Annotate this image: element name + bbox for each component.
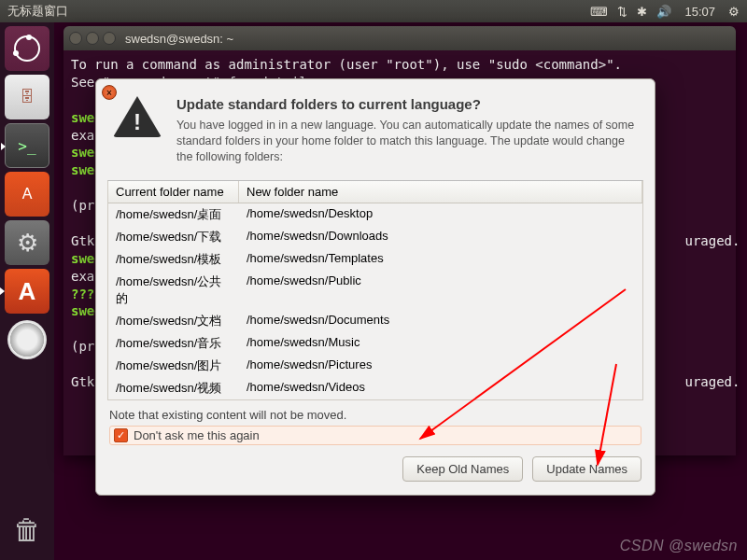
dont-ask-again-checkbox[interactable]: ✓: [114, 428, 128, 442]
dialog-note: Note that existing content will not be m…: [109, 408, 641, 422]
cell-current: /home/swedsn/文档: [108, 310, 239, 332]
cell-current: /home/swedsn/图片: [108, 355, 239, 377]
sound-indicator-icon[interactable]: 🔊: [656, 5, 671, 19]
table-row[interactable]: /home/swedsn/公共的/home/swedsn/Public: [108, 271, 642, 310]
cell-new: /home/swedsn/Desktop: [239, 203, 642, 226]
warning-icon: [113, 96, 162, 139]
network-indicator-icon[interactable]: ⇅: [617, 5, 627, 19]
terminal-titlebar[interactable]: swedsn@swedsn: ~: [63, 26, 736, 50]
top-menubar: 无标题窗口 ⌨ ⇅ ✱ 🔊 15:07 ⚙: [0, 0, 747, 22]
indicator-area: ⌨ ⇅ ✱ 🔊 15:07 ⚙: [590, 5, 740, 19]
keep-old-names-button[interactable]: Keep Old Names: [402, 456, 523, 482]
settings-launcher-icon[interactable]: ⚙: [5, 220, 49, 265]
trash-launcher-icon[interactable]: 🗑: [5, 508, 49, 553]
bluetooth-indicator-icon[interactable]: ✱: [637, 5, 647, 19]
cell-new: /home/swedsn/Downloads: [239, 226, 642, 248]
cell-current: /home/swedsn/音乐: [108, 332, 239, 355]
files-launcher-icon[interactable]: 🗄: [5, 75, 49, 119]
cell-current: /home/swedsn/视频: [108, 377, 239, 399]
cell-new: /home/swedsn/Videos: [239, 377, 642, 399]
table-row[interactable]: /home/swedsn/下载/home/swedsn/Downloads: [108, 226, 642, 248]
cell-new: /home/swedsn/Templates: [239, 248, 642, 271]
folder-table: Current folder name New folder name /hom…: [107, 180, 643, 400]
dont-ask-again-label: Don't ask me this again: [134, 428, 260, 442]
dash-home-icon[interactable]: [5, 26, 49, 71]
cell-new: /home/swedsn/Public: [239, 271, 642, 310]
keyboard-indicator-icon[interactable]: ⌨: [590, 5, 608, 19]
cell-new: /home/swedsn/Documents: [239, 310, 642, 332]
software-center-launcher-icon[interactable]: A: [5, 172, 49, 217]
software-updater-launcher-icon[interactable]: A: [5, 269, 49, 314]
table-row[interactable]: /home/swedsn/桌面/home/swedsn/Desktop: [108, 203, 642, 226]
update-names-button[interactable]: Update Names: [532, 456, 641, 482]
cell-current: /home/swedsn/模板: [108, 248, 239, 271]
terminal-title: swedsn@swedsn: ~: [125, 32, 233, 46]
window-maximize-icon[interactable]: [103, 32, 116, 45]
dvd-launcher-icon[interactable]: [5, 317, 49, 362]
update-folders-dialog: × Update standard folders to current lan…: [95, 78, 655, 496]
table-row[interactable]: /home/swedsn/图片/home/swedsn/Pictures: [108, 355, 642, 377]
unity-launcher: 🗄 >_ A ⚙ A 🗑: [0, 22, 54, 560]
dialog-title: Update standard folders to current langu…: [176, 96, 638, 112]
terminal-launcher-icon[interactable]: >_: [5, 123, 49, 168]
cell-new: /home/swedsn/Pictures: [239, 355, 642, 377]
window-close-icon[interactable]: [69, 32, 82, 45]
table-row[interactable]: /home/swedsn/音乐/home/swedsn/Music: [108, 332, 642, 355]
dont-ask-again-row[interactable]: ✓ Don't ask me this again: [109, 426, 641, 445]
system-gear-icon[interactable]: ⚙: [728, 5, 740, 19]
cell-current: /home/swedsn/公共的: [108, 271, 239, 310]
cell-current: /home/swedsn/下载: [108, 226, 239, 248]
clock[interactable]: 15:07: [684, 5, 715, 19]
cell-current: /home/swedsn/桌面: [108, 203, 239, 226]
cell-new: /home/swedsn/Music: [239, 332, 642, 355]
table-row[interactable]: /home/swedsn/模板/home/swedsn/Templates: [108, 248, 642, 271]
window-minimize-icon[interactable]: [86, 32, 99, 45]
dialog-description: You have logged in in a new language. Yo…: [176, 118, 638, 165]
window-title: 无标题窗口: [7, 3, 590, 20]
column-current-name[interactable]: Current folder name: [108, 181, 239, 203]
table-row[interactable]: /home/swedsn/文档/home/swedsn/Documents: [108, 310, 642, 332]
watermark: CSDN @swedsn: [620, 538, 738, 554]
table-row[interactable]: /home/swedsn/视频/home/swedsn/Videos: [108, 377, 642, 399]
column-new-name[interactable]: New folder name: [239, 181, 642, 203]
